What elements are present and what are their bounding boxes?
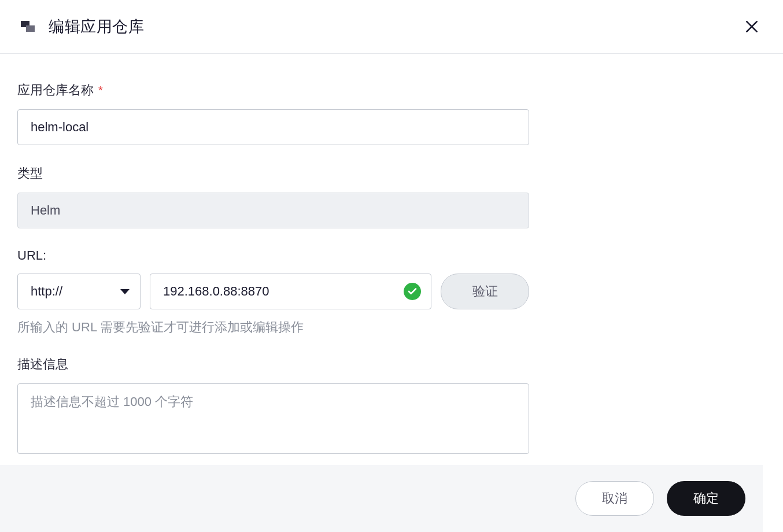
dialog-title: 编辑应用仓库 [49,16,144,37]
url-hint: 所输入的 URL 需要先验证才可进行添加或编辑操作 [17,319,529,336]
description-field: 描述信息 [17,356,529,456]
type-label: 类型 [17,165,529,182]
svg-rect-1 [26,25,35,32]
dialog-header: 编辑应用仓库 [0,0,783,54]
name-label: 应用仓库名称 * [17,82,529,99]
description-label: 描述信息 [17,356,529,373]
close-button[interactable] [743,17,761,36]
name-input[interactable] [17,109,529,145]
description-input[interactable] [17,383,529,454]
protocol-select[interactable]: http:// [17,274,141,309]
name-field: 应用仓库名称 * [17,82,529,145]
confirm-button[interactable]: 确定 [667,481,745,516]
url-input-wrapper [150,274,431,309]
url-field: URL: http:// 验证 所输入的 URL 需要先验证才可进行添加或编辑操… [17,248,529,336]
check-icon [404,283,421,300]
url-input[interactable] [150,274,431,309]
type-field: 类型 [17,165,529,228]
type-input [17,193,529,228]
protocol-value: http:// [31,284,62,299]
form-content: 应用仓库名称 * 类型 URL: http:// 验证 所输 [0,54,546,493]
cancel-button[interactable]: 取消 [575,481,654,516]
header-left: 编辑应用仓库 [20,16,144,37]
url-row: http:// 验证 [17,274,529,309]
repo-icon [20,19,36,35]
dialog-footer: 取消 确定 [0,465,763,532]
required-indicator: * [98,84,103,97]
url-label: URL: [17,248,529,263]
name-label-text: 应用仓库名称 [17,82,94,99]
chevron-down-icon [120,289,130,294]
verify-button[interactable]: 验证 [441,274,529,309]
